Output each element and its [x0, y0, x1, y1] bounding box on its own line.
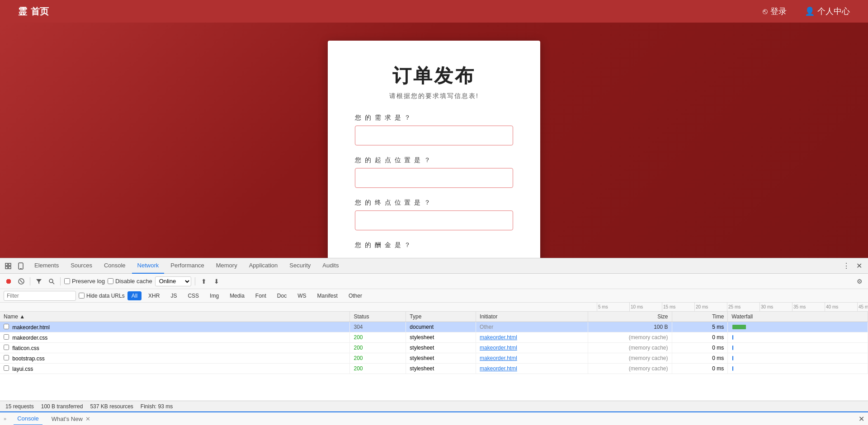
tab-elements[interactable]: Elements	[29, 258, 64, 274]
ruler-mark: 30 ms	[760, 303, 792, 312]
row-checkbox[interactable]	[4, 365, 9, 371]
col-header-status[interactable]: Status	[350, 312, 406, 322]
row-checkbox[interactable]	[4, 334, 9, 340]
waterfall-bar	[732, 366, 733, 371]
cell-initiator[interactable]: makeorder.html	[476, 343, 588, 353]
cell-initiator[interactable]: makeorder.html	[476, 332, 588, 343]
hide-data-urls-checkbox[interactable]: Hide data URLs	[79, 293, 125, 299]
tab-performance[interactable]: Performance	[165, 258, 209, 274]
tab-application[interactable]: Application	[244, 258, 283, 274]
console-tab-console[interactable]: Console	[14, 412, 42, 425]
tab-memory[interactable]: Memory	[211, 258, 243, 274]
filter-type-all[interactable]: All	[127, 291, 142, 300]
field2-input[interactable]	[355, 168, 513, 188]
console-bar-close[interactable]: ✕	[859, 415, 864, 423]
svg-rect-4	[19, 263, 23, 269]
svg-line-10	[52, 282, 54, 284]
profile-icon: 👤	[805, 6, 815, 16]
nav-logo[interactable]: 霊 首页	[18, 5, 49, 18]
field1-input[interactable]	[355, 126, 513, 145]
devtools-close-btn[interactable]: ✕	[854, 261, 864, 271]
device-toolbar-icon[interactable]	[16, 262, 25, 271]
network-table-area[interactable]: Name ▲ Status Type Initiator Size Time W…	[0, 312, 868, 401]
preserve-log-checkbox[interactable]: Preserve log	[64, 278, 105, 285]
filter-type-media[interactable]: Media	[226, 291, 249, 300]
login-link[interactable]: ⎋ 登录	[763, 6, 787, 17]
profile-link[interactable]: 👤 个人中心	[805, 6, 850, 17]
inspect-element-icon[interactable]	[4, 262, 13, 271]
filter-type-doc[interactable]: Doc	[273, 291, 291, 300]
initiator-link[interactable]: makeorder.html	[480, 345, 517, 351]
cell-status: 200	[350, 332, 406, 343]
ruler-mark: 15 ms	[662, 303, 694, 312]
devtools-tab-bar: Elements Sources Console Network Perform…	[0, 258, 868, 274]
waterfall-bar	[732, 356, 733, 360]
initiator-link[interactable]: makeorder.html	[480, 365, 517, 372]
initiator-link[interactable]: makeorder.html	[480, 334, 517, 341]
disable-cache-input[interactable]	[108, 278, 113, 284]
filter-type-css[interactable]: CSS	[184, 291, 203, 300]
col-header-time[interactable]: Time	[672, 312, 728, 322]
whats-new-close[interactable]: ✕	[85, 416, 90, 422]
devtools-panel: Elements Sources Console Network Perform…	[0, 258, 868, 425]
cell-status: 200	[350, 353, 406, 364]
tab-security[interactable]: Security	[284, 258, 316, 274]
initiator-link[interactable]: makeorder.html	[480, 355, 517, 361]
ruler-mark: 25 ms	[727, 303, 760, 312]
filter-type-img[interactable]: Img	[206, 291, 223, 300]
devtools-more-btn[interactable]: ⋮	[841, 261, 852, 271]
throttle-select[interactable]: Online Fast 3G Slow 3G Offline	[155, 276, 191, 286]
cell-initiator[interactable]: makeorder.html	[476, 353, 588, 364]
table-row[interactable]: makeorder.html304documentOther100 B5 ms	[0, 322, 868, 332]
filter-type-ws[interactable]: WS	[293, 291, 310, 300]
import-har-btn[interactable]: ⬆	[199, 276, 209, 286]
field3-input[interactable]	[355, 210, 513, 230]
col-header-size[interactable]: Size	[588, 312, 672, 322]
form-card: 订单发布 请根据您的要求填写信息表! 您 的 需 求 是 ？ 您 的 起 点 位…	[328, 41, 540, 258]
filter-type-font[interactable]: Font	[251, 291, 270, 300]
hide-data-urls-input[interactable]	[79, 293, 85, 299]
settings-btn[interactable]: ⚙	[854, 276, 864, 286]
preserve-log-input[interactable]	[64, 278, 70, 284]
field1-group: 您 的 需 求 是 ？	[355, 114, 513, 154]
console-tab-whats-new[interactable]: What's New ✕	[48, 412, 94, 425]
filter-type-xhr[interactable]: XHR	[144, 291, 164, 300]
filter-btn[interactable]	[34, 276, 44, 286]
record-btn[interactable]: ⏺	[4, 276, 14, 286]
form-subtitle: 请根据您的要求填写信息表!	[355, 92, 513, 100]
col-header-initiator[interactable]: Initiator	[476, 312, 588, 322]
console-expand-icon[interactable]: »	[4, 416, 6, 421]
disable-cache-checkbox[interactable]: Disable cache	[108, 278, 152, 285]
cell-time: 0 ms	[672, 364, 728, 374]
row-checkbox[interactable]	[4, 324, 9, 329]
field2-label: 您 的 起 点 位 置 是 ？	[355, 156, 513, 164]
svg-rect-5	[20, 268, 22, 269]
tab-console[interactable]: Console	[99, 258, 131, 274]
table-row[interactable]: bootstrap.css200stylesheetmakeorder.html…	[0, 353, 868, 364]
ruler-mark: 5 ms	[597, 303, 629, 312]
search-btn[interactable]	[47, 276, 57, 286]
filter-type-manifest[interactable]: Manifest	[313, 291, 342, 300]
table-row[interactable]: makeorder.css200stylesheetmakeorder.html…	[0, 332, 868, 343]
col-header-name[interactable]: Name ▲	[0, 312, 350, 322]
tab-sources[interactable]: Sources	[65, 258, 98, 274]
table-row[interactable]: layui.css200stylesheetmakeorder.html(mem…	[0, 364, 868, 374]
waterfall-bar-container	[731, 323, 864, 331]
tab-network[interactable]: Network	[132, 258, 165, 274]
tab-audits[interactable]: Audits	[317, 258, 344, 274]
stop-btn[interactable]	[16, 276, 26, 286]
finish-time: Finish: 93 ms	[141, 403, 173, 410]
col-header-waterfall[interactable]: Waterfall	[728, 312, 868, 322]
row-checkbox[interactable]	[4, 355, 9, 360]
filter-type-js[interactable]: JS	[166, 291, 181, 300]
logo-icon: 霊	[18, 5, 27, 18]
filter-input[interactable]	[4, 291, 76, 301]
filter-type-other[interactable]: Other	[344, 291, 366, 300]
export-har-btn[interactable]: ⬇	[212, 276, 222, 286]
col-header-type[interactable]: Type	[406, 312, 476, 322]
cell-initiator[interactable]: makeorder.html	[476, 364, 588, 374]
table-row[interactable]: flaticon.css200stylesheetmakeorder.html(…	[0, 343, 868, 353]
ruler-mark: 35 ms	[792, 303, 825, 312]
nav-right: ⎋ 登录 👤 个人中心	[763, 6, 850, 17]
row-checkbox[interactable]	[4, 345, 9, 350]
